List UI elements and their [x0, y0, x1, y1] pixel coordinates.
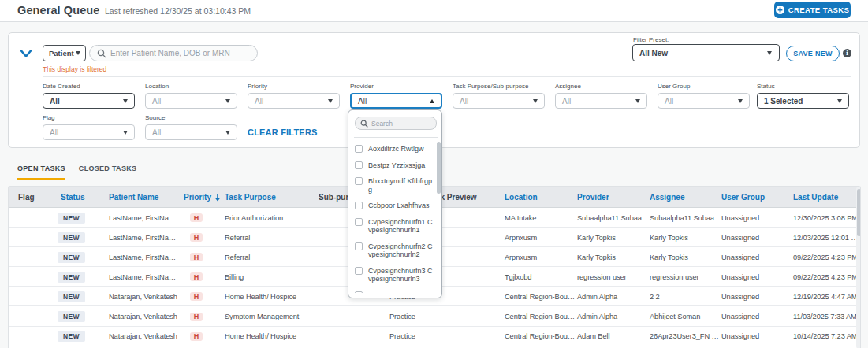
filter-select[interactable]: All	[350, 93, 442, 109]
filter-select[interactable]: All	[145, 93, 237, 109]
filter-select[interactable]: All	[43, 124, 135, 140]
filter-value: All	[50, 128, 58, 137]
provider-option[interactable]: Cvpesignchnurfn1 Cvpesignchnurln1	[348, 214, 438, 239]
status-badge: NEW	[58, 213, 85, 224]
caret-down-icon	[738, 99, 743, 103]
collapse-chevron-icon[interactable]	[20, 49, 32, 58]
cell-priority: H	[190, 247, 203, 267]
column-header-user-group[interactable]: User Group	[721, 187, 765, 208]
search-category-select[interactable]: Patient	[43, 45, 86, 61]
filter-select[interactable]: All	[248, 93, 340, 109]
cell-location: Central Region-Bou…	[505, 327, 575, 346]
column-header-last-update[interactable]: Last Update	[793, 187, 838, 208]
cell-sub-purpose: Practice	[389, 327, 415, 346]
info-icon[interactable]: i	[843, 49, 851, 57]
cell-last-update: 12/19/2025 4:47 AM	[793, 287, 857, 306]
filter-select[interactable]: 1 Selected	[757, 93, 849, 109]
cell-priority: H	[190, 267, 203, 287]
caret-down-icon	[76, 51, 80, 55]
cell-task-purpose: Symptom Management	[225, 307, 299, 327]
filter-select[interactable]: All	[145, 124, 237, 140]
provider-option[interactable]	[348, 287, 438, 294]
priority-badge: H	[190, 272, 203, 281]
cell-last-update: 11/03/2025 7:33 AM	[793, 307, 857, 327]
filter-select[interactable]: All	[43, 93, 135, 109]
task-row[interactable]: NEWNatarajan, VenkateshHHome Health/ Hos…	[9, 327, 861, 346]
cell-assignee: regression user	[650, 267, 699, 287]
checkbox-icon[interactable]	[355, 242, 363, 250]
checkbox-icon[interactable]	[355, 291, 363, 294]
column-header-assignee[interactable]: Assignee	[650, 187, 684, 208]
provider-search-input[interactable]	[371, 120, 433, 128]
filter-select[interactable]: All	[658, 93, 750, 109]
filter-select[interactable]: All	[453, 93, 545, 109]
checkbox-icon[interactable]	[355, 177, 363, 185]
cell-last-update: 09/22/2025 4:23 PM	[793, 247, 858, 267]
create-tasks-button[interactable]: CREATE TASKS	[774, 2, 851, 18]
cell-patient-name: Natarajan, Venkatesh	[109, 307, 177, 327]
task-tabs: OPEN TASKSCLOSED TASKS	[17, 165, 136, 180]
filter-provider: ProviderAll	[350, 83, 442, 109]
cell-provider: Karly Topkis	[577, 228, 616, 247]
filter-label: Priority	[248, 83, 340, 90]
patient-search-box	[89, 45, 258, 61]
provider-option[interactable]: Ccbpoor Lxahfhvas	[348, 198, 438, 214]
cell-last-update: 12/30/2025 3:08 PM	[793, 208, 858, 228]
provider-option-label: Aoxdiltrzc Rwtlgw	[368, 145, 434, 154]
column-header-label: Location	[505, 193, 538, 202]
priority-badge: H	[190, 233, 203, 242]
checkbox-icon[interactable]	[355, 218, 363, 226]
patient-search-input[interactable]	[110, 49, 244, 57]
column-header-provider[interactable]: Provider	[577, 187, 609, 208]
sort-desc-arrow-icon	[214, 194, 221, 202]
cell-assignee: 2 2	[650, 287, 660, 306]
provider-option[interactable]: Cvpesignchnurfn3 Cvpesignchnurln3	[348, 263, 438, 287]
save-new-button[interactable]: SAVE NEW	[786, 46, 840, 61]
task-row[interactable]: NEWNatarajan, VenkateshHSymptom Manageme…	[9, 307, 861, 327]
cell-assignee: 26Apr23User3_FN …	[650, 327, 719, 346]
checkbox-icon[interactable]	[355, 202, 363, 209]
column-header-patient-name[interactable]: Patient Name	[109, 187, 158, 208]
provider-option[interactable]: Aoxdiltrzc Rwtlgw	[348, 141, 438, 157]
cell-task-purpose: Prior Authorization	[225, 208, 283, 228]
cell-patient-name: LastName, FirstNa…	[109, 247, 176, 267]
cell-user-group: Unassigned	[721, 267, 759, 287]
column-header-priority[interactable]: Priority	[184, 187, 221, 208]
caret-down-icon	[123, 99, 128, 103]
cell-task-purpose: Home Health/ Hospice	[225, 287, 296, 306]
column-header-task-purpose[interactable]: Task Purpose	[225, 187, 276, 208]
cell-patient-name: LastName, FirstNa…	[109, 208, 176, 228]
filter-label: Location	[145, 83, 237, 90]
column-header-label: Last Update	[793, 193, 838, 202]
provider-option[interactable]: Cvpesignchnurfn2 Cvpesignchnurln2	[348, 239, 438, 263]
tab-open-tasks[interactable]: OPEN TASKS	[17, 165, 65, 180]
cell-location: MA Intake	[505, 208, 536, 228]
checkbox-icon[interactable]	[355, 267, 363, 275]
filter-select[interactable]: All	[555, 93, 647, 109]
filter-preset-label: Filter Preset:	[633, 36, 669, 43]
cell-status: NEW	[58, 287, 85, 306]
provider-scrollbar-thumb[interactable]	[437, 142, 441, 194]
priority-badge: H	[190, 213, 203, 222]
checkbox-icon[interactable]	[355, 161, 363, 169]
table-scrollbar-thumb[interactable]	[857, 189, 861, 236]
checkbox-icon[interactable]	[355, 145, 363, 153]
column-header-status[interactable]: Status	[61, 187, 85, 208]
cell-provider: regression user	[577, 267, 627, 287]
cell-sub-purpose: Practice	[389, 307, 415, 327]
provider-option[interactable]: Bhxxtnymdf Kftbfrgpg	[348, 173, 438, 198]
provider-option[interactable]: Bestpz Yzzixssjga	[348, 157, 438, 174]
clear-filters-link[interactable]: CLEAR FILTERS	[248, 128, 318, 137]
cell-priority: H	[190, 327, 203, 346]
cell-task-purpose: Home Health/ Hospice	[225, 327, 296, 346]
cell-status: NEW	[58, 307, 85, 327]
filter-preset-select[interactable]: All New	[632, 44, 780, 61]
column-header-label: Priority	[184, 193, 211, 202]
column-header-location[interactable]: Location	[505, 187, 538, 208]
status-badge: NEW	[58, 331, 85, 342]
filter-value: All	[255, 97, 263, 106]
cell-assignee: Karly Topkis	[650, 247, 688, 267]
caret-down-icon	[328, 99, 333, 103]
tab-closed-tasks[interactable]: CLOSED TASKS	[79, 165, 136, 180]
cell-user-group: Unassigned	[721, 228, 759, 247]
